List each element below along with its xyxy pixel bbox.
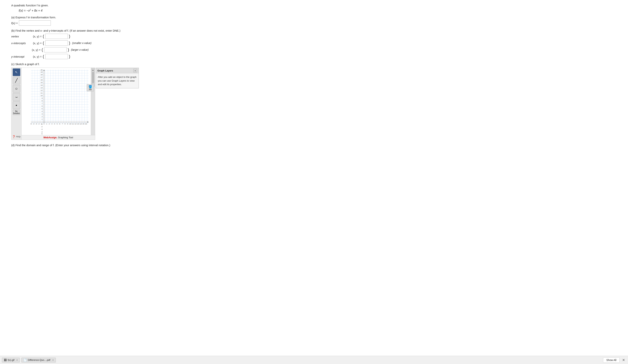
gif-chevron: ∧ [16,359,18,361]
help-text: Help [16,135,21,138]
svg-text:6: 6 [42,105,43,107]
svg-text:17: 17 [41,76,43,78]
svg-text:-1: -1 [41,123,43,125]
svg-text:-5: -5 [30,123,32,125]
graph-layers-header: Graph Layers « [96,68,139,73]
svg-text:13: 13 [77,123,79,125]
svg-text:10: 10 [69,123,71,125]
part-c-label: (c) Sketch a graph of f. [11,62,617,66]
pointer-icon: ↖ [15,70,18,74]
graph-section: ↖ ╱ ○ ⌣ ● No Solution ❓ [11,67,617,140]
graph-layers-title: Graph Layers [97,69,113,72]
fill-label: Fill [89,89,92,91]
svg-text:19: 19 [41,71,43,73]
fill-button[interactable]: 🪣 Fill [87,84,94,91]
part-a-text: (a) Express f in transformation form. [11,16,56,19]
gif-label: f(x).gif [8,359,14,361]
function-display: f(x) = −x2 + 8x + 4 [19,9,617,12]
part-d-label: (d) Find the domain and range of f. (Ent… [11,144,617,147]
point-tool-button[interactable]: ● [13,101,20,109]
svg-text:9: 9 [42,97,43,99]
x-int-larger-close-paren: ) [68,48,69,52]
fill-button-area: 🪣 Fill [87,84,94,91]
parabola-tool-button[interactable]: ⌣ [13,93,20,101]
svg-text:-3: -3 [35,123,37,125]
svg-text:-3: -3 [41,128,43,130]
x-intercept-smaller-row: x-intercepts (x, y) = ( ) (smaller x-val… [11,40,617,46]
part-d-text: (d) Find the domain and range of f. (Ent… [11,144,110,147]
help-link[interactable]: ❓ Help [11,134,21,139]
svg-text:6: 6 [59,123,60,125]
circle-tool-button[interactable]: ○ [13,85,20,92]
y-intercept-row: y-intercept (x, y) = ( ) [11,54,617,59]
svg-text:8: 8 [42,100,43,102]
x-intercept-smaller-input[interactable] [45,40,68,46]
graph-layers-body: After you add an object to the graph you… [96,73,139,88]
y-int-open-paren: ( [43,55,44,59]
part-a-label: (a) Express f in transformation form. [11,16,617,19]
svg-text:-2: -2 [41,126,43,128]
x-intercept-larger-row: (x, y) = ( ) (larger x-value) [11,47,617,52]
svg-text:12: 12 [75,123,77,125]
fx-label-a: f(x) = [11,21,18,25]
svg-text:3: 3 [42,113,43,115]
x-intercept-larger-input[interactable] [44,47,67,52]
svg-text:20: 20 [41,69,43,71]
svg-text:4: 4 [54,123,55,125]
svg-text:8: 8 [65,123,65,125]
graph-footer: WebAssign. Graphing Tool [21,135,95,140]
vertex-input[interactable] [45,34,68,39]
x-int-smaller-open-paren: ( [43,41,44,45]
pointer-tool-button[interactable]: ↖ [13,68,20,76]
svg-text:12: 12 [41,89,43,91]
line-tool-button[interactable]: ╱ [13,77,20,84]
vertex-xy-eq: (x, y) = [33,35,42,38]
pdf-chevron: ∧ [52,359,54,361]
y-int-xy-eq: (x, y) = [33,55,42,58]
svg-text:16: 16 [41,79,43,81]
graph-tool-container: ↖ ╱ ○ ⌣ ● No Solution ❓ [11,67,95,140]
svg-text:4: 4 [42,110,43,112]
graphing-tool-text: Graphing Tool [57,136,73,139]
svg-text:14: 14 [80,123,82,125]
gif-icon: 🖼 [4,359,6,362]
taskbar-item-pdf[interactable]: 📄 Difference-Quo....pdf ∧ [21,358,56,363]
taskbar-item-gif[interactable]: 🖼 f(x).gif ∧ [2,358,20,363]
no-solution-label: No Solution [13,110,20,114]
vertex-label: vertex [11,35,32,38]
y-intercept-label: y-intercept [11,55,32,58]
x-int-larger-xy-eq: (x, y) = [32,48,40,52]
part-a-input[interactable] [19,20,51,26]
svg-text:2: 2 [42,116,43,118]
svg-text:18: 18 [41,74,43,76]
vertex-row: vertex (x, y) = ( ) [11,34,617,39]
larger-hint: (larger x-value) [71,48,88,51]
webassign-brand: WebAssign. [43,136,57,139]
pdf-icon: 📄 [23,359,27,362]
svg-text:-4: -4 [33,123,34,125]
x-int-larger-open-paren: ( [42,48,43,52]
part-c-text: (c) Sketch a graph of f. [11,62,40,66]
vertex-close-paren: ) [69,34,70,38]
graph-layers-close-button[interactable]: « [133,69,137,72]
svg-text:-2: -2 [38,123,40,125]
svg-text:2: 2 [49,123,50,125]
x-intercepts-label: x-intercepts [11,42,32,45]
graph-right-panel: ▲ ▼ [91,68,95,135]
scroll-up-button[interactable]: ▲ [92,68,95,71]
parabola-icon: ⌣ [15,95,18,99]
no-solution-button[interactable]: No Solution [13,110,20,115]
line-icon: ╱ [15,78,18,83]
graph-layers-panel: Graph Layers « After you add an object t… [96,68,139,88]
svg-text:14: 14 [41,84,43,86]
taskbar-close-button[interactable]: ✕ [621,358,626,363]
show-all-button[interactable]: Show All [603,358,620,363]
graph-canvas-area[interactable]: -5 -4 -3 -2 -1 1 2 3 4 5 6 7 8 [21,68,91,135]
graph-layers-description: After you add an object to the graph you… [98,76,137,86]
y-intercept-input[interactable] [45,54,68,59]
scrollbar-thumb[interactable] [92,72,94,83]
graph-canvas-wrapper: -5 -4 -3 -2 -1 1 2 3 4 5 6 7 8 [21,68,95,140]
x-int-smaller-close-paren: ) [69,41,70,45]
pdf-label: Difference-Quo....pdf [28,359,50,361]
svg-text:3: 3 [51,123,52,125]
